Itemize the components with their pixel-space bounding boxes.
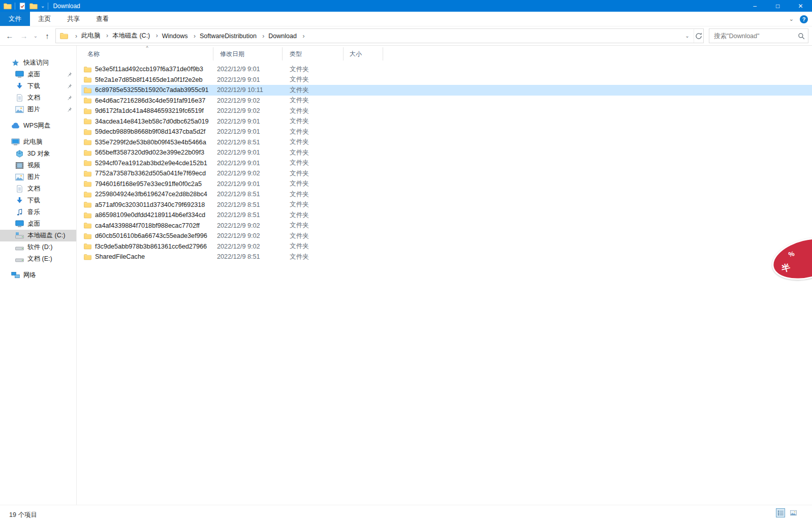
sidebar-item-this-pc[interactable]: 此电脑	[0, 136, 76, 148]
column-header-name[interactable]: 名称 ^	[81, 47, 213, 60]
column-header-type[interactable]: 类型	[283, 47, 343, 60]
document-icon	[15, 94, 24, 102]
file-row[interactable]: 5e3e5f11ad492ccb197f6a371de0f9b3 2022/12…	[81, 64, 812, 75]
file-type: 文件夹	[283, 96, 343, 105]
breadcrumb-item[interactable]: 本地磁盘 (C:)	[112, 32, 150, 39]
address-dropdown-chevron-icon[interactable]: ⌄	[681, 29, 694, 43]
file-type: 文件夹	[283, 211, 343, 220]
help-icon[interactable]: ?	[800, 15, 808, 23]
recent-locations-chevron-icon[interactable]: ⌄	[32, 29, 40, 43]
chevron-right-icon[interactable]: ›	[194, 33, 196, 40]
folder-icon	[84, 108, 91, 114]
file-type: 文件夹	[283, 107, 343, 115]
sidebar-item[interactable]: 本地磁盘 (C:)	[0, 230, 76, 241]
sidebar-item[interactable]: 视频	[0, 160, 76, 171]
file-row[interactable]: 5fe2a1e7d85b8f14165de1a0f1f2e2eb 2022/12…	[81, 75, 812, 85]
search-icon[interactable]	[798, 33, 805, 40]
column-header-size[interactable]: 大小	[343, 47, 383, 60]
collapse-ribbon-chevron-icon[interactable]: ⌄	[789, 16, 794, 22]
ribbon-tab[interactable]: 主页	[30, 12, 59, 26]
ribbon-tab-label: 共享	[67, 15, 80, 23]
file-type: 文件夹	[283, 75, 343, 84]
sidebar-item[interactable]: 3D 对象	[0, 148, 76, 160]
sidebar-item[interactable]: 软件 (D:)	[0, 241, 76, 253]
chevron-right-icon[interactable]: ›	[156, 32, 158, 39]
download-icon	[15, 82, 24, 90]
sidebar-item[interactable]: 音乐	[0, 206, 76, 218]
file-name: 2259804924e3fb6196247ce2d8b28bc4	[95, 191, 207, 198]
sidebar-item[interactable]: 桌面	[0, 69, 76, 80]
file-row[interactable]: f3c9de5abb978b3b861361cc6ed27966 2022/12…	[81, 241, 812, 252]
sidebar-item[interactable]: 文档 (E:)	[0, 253, 76, 265]
ribbon-tab[interactable]: 文件	[0, 12, 30, 26]
pin-icon	[67, 72, 72, 77]
sidebar-label: 图片	[27, 105, 40, 114]
sidebar-item-quick-access[interactable]: 快速访问	[0, 57, 76, 69]
file-row[interactable]: 6e4d6ac7216286d3c4de591faf916e37 2022/12…	[81, 96, 812, 106]
maximize-button[interactable]: □	[766, 0, 789, 12]
sidebar-item-network[interactable]: 网络	[0, 269, 76, 281]
file-type: 文件夹	[283, 200, 343, 209]
thumbnail-view-button[interactable]	[789, 508, 798, 517]
folder-icon	[84, 233, 91, 239]
close-button[interactable]: ✕	[789, 0, 812, 12]
file-row[interactable]: 5294cf07ea1912ab3bd2e9e4cde152b1 2022/12…	[81, 158, 812, 169]
file-row[interactable]: 7752a73587b3362d505a041fe7f69ecd 2022/12…	[81, 168, 812, 179]
sidebar-item-wps-cloud[interactable]: WPS网盘	[0, 120, 76, 132]
breadcrumb-item[interactable]: Windows	[162, 33, 188, 40]
customize-toolbar-chevron-icon[interactable]: ⌄	[41, 4, 45, 9]
minimize-button[interactable]: –	[743, 0, 766, 12]
chevron-right-icon[interactable]: ›	[302, 33, 304, 40]
sidebar-label: 视频	[27, 161, 40, 170]
sidebar-item[interactable]: 文档	[0, 92, 76, 104]
file-row[interactable]: 34acdea14e8413eb58c7d0dbc625a019 2022/12…	[81, 116, 812, 127]
breadcrumb-item[interactable]: Download	[268, 33, 297, 40]
file-row[interactable]: 565beff3587320d9d023e399e22b09f3 2022/12…	[81, 147, 812, 158]
drive-c-icon	[15, 232, 24, 239]
file-row[interactable]: SharedFileCache 2022/12/9 8:51 文件夹	[81, 252, 812, 262]
chevron-right-icon[interactable]: ›	[262, 33, 264, 40]
sidebar-item[interactable]: 图片	[0, 104, 76, 115]
up-button[interactable]: ↑	[41, 29, 54, 43]
file-row[interactable]: 535e7299f2de53b80b09f453e4b5466a 2022/12…	[81, 137, 812, 148]
sort-ascending-icon: ^	[146, 45, 148, 50]
file-row[interactable]: 59decb9889b8668b9f08d1437cba5d2f 2022/12…	[81, 127, 812, 137]
star-icon	[11, 59, 20, 67]
file-name: a86598109e0dfdd42189114b6ef334cd	[95, 211, 205, 219]
back-button[interactable]: ←	[3, 29, 16, 43]
ribbon-tab[interactable]: 共享	[59, 12, 88, 26]
sidebar-item[interactable]: 下载	[0, 80, 76, 92]
file-row[interactable]: a86598109e0dfdd42189114b6ef334cd 2022/12…	[81, 210, 812, 221]
properties-icon[interactable]	[18, 3, 26, 10]
sidebar-label: 3D 对象	[27, 149, 50, 158]
folder-icon	[84, 201, 91, 208]
file-row[interactable]: a571af09c3203011d37340c79f692318 2022/12…	[81, 200, 812, 210]
ribbon-tab[interactable]: 查看	[88, 12, 117, 26]
file-row[interactable]: 2259804924e3fb6196247ce2d8b28bc4 2022/12…	[81, 189, 812, 200]
file-row[interactable]: d60cb501610b6a66743c55eade3ef996 2022/12…	[81, 231, 812, 241]
file-row[interactable]: 6c89785e53255b15920c7adab3955c91 2022/12…	[81, 85, 812, 96]
new-folder-icon[interactable]	[29, 3, 38, 10]
address-bar[interactable]: › 此电脑 › 本地磁盘 (C:) › Windows › SoftwareDi…	[55, 28, 704, 43]
details-view-button[interactable]	[776, 508, 785, 517]
forward-button[interactable]: →	[17, 29, 30, 43]
file-type: 文件夹	[283, 128, 343, 136]
ad-percent-text: %	[788, 250, 795, 258]
sidebar-item[interactable]: 图片	[0, 171, 76, 183]
search-input[interactable]	[714, 33, 798, 40]
file-row[interactable]: 7946016f168e957e33ec91ffe0f0c2a5 2022/12…	[81, 179, 812, 190]
sidebar-item[interactable]: 桌面	[0, 218, 76, 230]
breadcrumb-item[interactable]: SoftwareDistribution	[200, 33, 257, 40]
breadcrumb-segment: Download ›	[268, 33, 308, 40]
sidebar-item[interactable]: 下载	[0, 195, 76, 206]
file-row[interactable]: ca4af4339884f7018bf988ecac7702ff 2022/12…	[81, 221, 812, 231]
sidebar-item[interactable]: 文档	[0, 183, 76, 195]
column-header-date[interactable]: 修改日期	[213, 47, 283, 60]
refresh-icon[interactable]	[694, 32, 703, 40]
folder-icon	[84, 170, 91, 177]
file-row[interactable]: 9d6172fa1dc41a48846593219fc6519f 2022/12…	[81, 106, 812, 116]
chevron-right-icon[interactable]: ›	[106, 32, 108, 39]
breadcrumb-item[interactable]: 此电脑	[81, 32, 101, 39]
picture-icon	[15, 106, 24, 113]
folder-icon	[84, 212, 91, 219]
